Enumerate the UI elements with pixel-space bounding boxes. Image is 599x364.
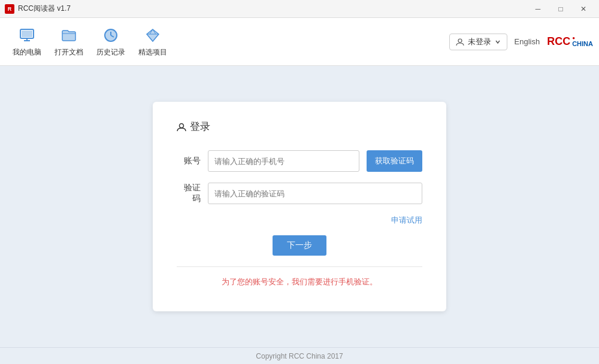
login-card: 登录 账号 获取验证码 验证码 申请试用 下一步 为了您的账号安全，我们需要进行…	[153, 102, 446, 311]
computer-icon	[17, 26, 37, 45]
toolbar-selected[interactable]: 精选项目	[132, 22, 174, 61]
svg-point-12	[180, 123, 184, 128]
toolbar-open-file[interactable]: 打开文档	[48, 22, 90, 61]
footer-copyright: Copyright RCC China 2017	[256, 352, 343, 360]
language-button[interactable]: English	[515, 37, 540, 46]
login-label: 未登录	[468, 37, 491, 47]
svg-point-11	[458, 39, 462, 43]
toolbar: 我的电脑 打开文档 历史记录	[0, 18, 599, 66]
toolbar-label-computer: 我的电脑	[13, 47, 41, 57]
next-btn-row: 下一步	[177, 235, 422, 256]
account-input[interactable]	[208, 150, 359, 172]
toolbar-right: 未登录 English RCC ● CHINA	[449, 34, 593, 50]
get-code-button[interactable]: 获取验证码	[367, 150, 422, 172]
security-notice: 为了您的账号安全，我们需要进行手机验证。	[177, 277, 422, 287]
divider	[177, 266, 422, 267]
login-title: 登录	[177, 120, 422, 134]
clock-icon	[101, 26, 120, 45]
logo-china: CHINA	[572, 41, 593, 47]
rcc-logo: RCC ● CHINA	[547, 35, 593, 48]
main-content: 登录 账号 获取验证码 验证码 申请试用 下一步 为了您的账号安全，我们需要进行…	[0, 66, 599, 347]
title-controls: ─ □ ✕	[527, 1, 594, 17]
toolbar-history[interactable]: 历史记录	[90, 22, 132, 61]
diamond-icon	[143, 26, 162, 45]
footer: Copyright RCC China 2017	[0, 347, 599, 364]
code-label: 验证码	[177, 183, 201, 204]
code-row: 验证码	[177, 183, 422, 204]
toolbar-label-history: 历史记录	[96, 47, 125, 57]
toolbar-label-selected: 精选项目	[138, 47, 167, 57]
maximize-button[interactable]: □	[550, 1, 571, 17]
toolbar-my-computer[interactable]: 我的电脑	[6, 22, 48, 61]
svg-rect-3	[22, 31, 32, 37]
logo-rcc: RCC	[547, 35, 570, 48]
toolbar-label-open: 打开文档	[55, 47, 83, 57]
login-button[interactable]: 未登录	[449, 34, 507, 50]
chevron-down-icon	[495, 39, 501, 45]
svg-marker-7	[147, 29, 159, 41]
user-login-icon	[177, 122, 186, 132]
folder-icon	[59, 26, 78, 45]
title-text: RCC阅读器 v1.7	[18, 4, 71, 14]
next-button[interactable]: 下一步	[273, 235, 326, 256]
user-icon	[456, 38, 464, 46]
account-label: 账号	[177, 156, 201, 166]
title-left: R RCC阅读器 v1.7	[5, 4, 71, 14]
minimize-button[interactable]: ─	[527, 1, 549, 17]
code-input[interactable]	[208, 183, 422, 204]
app-icon: R	[5, 4, 14, 14]
account-row: 账号 获取验证码	[177, 150, 422, 172]
title-bar: R RCC阅读器 v1.7 ─ □ ✕	[0, 0, 599, 18]
close-button[interactable]: ✕	[573, 1, 594, 17]
apply-trial-link[interactable]: 申请试用	[177, 215, 422, 226]
